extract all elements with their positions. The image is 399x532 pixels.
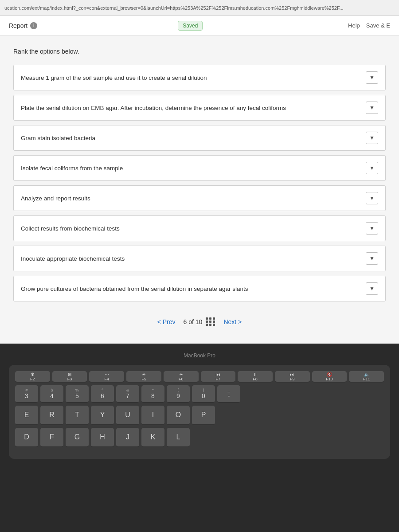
key-7[interactable]: & 7 [116,385,139,403]
fn-key-f8[interactable]: ⏸ F8 [238,371,273,383]
key-minus[interactable]: _ - [217,385,240,403]
fn-row: ✻ F2 ⊞ F3 ⋯ F4 ☀ F5 ☀ F6 ⏮ F7 [15,371,384,383]
rank-item-text: Isolate fecal coliforms from the sample [21,165,366,172]
fn-key-f4[interactable]: ⋯ F4 [89,371,124,383]
key-o[interactable]: O [167,406,190,425]
page-info: 6 of 10 [184,317,216,326]
url-text: ucation.com/ext/map/index.html?_con=con&… [4,5,344,11]
fn-key-f9[interactable]: ⏭ F9 [275,371,310,383]
key-t[interactable]: T [66,406,89,425]
rank-item: Plate the serial dilution on EMB agar. A… [13,95,386,121]
next-button[interactable]: Next > [223,318,242,325]
main-content: Rank the options below. Measure 1 gram o… [0,35,399,344]
rank-item: Inoculate appropriate biochemical tests … [13,246,386,271]
rank-item-dropdown[interactable]: ▼ [366,252,378,265]
key-r[interactable]: R [40,406,63,425]
fn-key-f7[interactable]: ⏮ F7 [201,371,236,383]
key-3[interactable]: # 3 [15,385,38,403]
fn-key-f3[interactable]: ⊞ F3 [52,371,87,383]
key-k[interactable]: K [141,428,164,447]
rank-item-dropdown[interactable]: ▼ [366,162,378,174]
grid-icon [206,317,215,326]
key-0[interactable]: ) 0 [192,385,215,403]
rank-item-text: Gram stain isolated bacteria [21,135,366,141]
asdf-row: D F G H J K L [15,428,384,447]
key-e[interactable]: E [15,406,38,425]
rank-items-container: Measure 1 gram of the soil sample and us… [13,65,386,301]
toolbar: Report i Saved - Help Save & E [0,16,399,35]
keyboard-area: MacBook Pro ✻ F2 ⊞ F3 ⋯ F4 ☀ F5 ☀ F6 [0,344,399,532]
key-l[interactable]: L [167,428,190,447]
key-5[interactable]: % 5 [66,385,89,403]
rank-item-dropdown[interactable]: ▼ [366,222,378,235]
info-icon[interactable]: i [30,22,37,29]
rank-item-text: Analyze and report results [21,195,366,202]
rank-item-text: Collect results from biochemical tests [21,225,366,232]
rank-item-dropdown[interactable]: ▼ [366,192,378,204]
rank-item-text: Grow pure cultures of bacteria obtained … [21,286,366,292]
report-label: Report [9,22,27,29]
rank-item: Gram stain isolated bacteria ▼ [13,125,386,151]
key-g[interactable]: G [66,428,89,447]
separator: - [205,22,207,29]
macbook-label: MacBook Pro [0,352,399,359]
qwerty-row: E R T Y U I O P [15,406,384,425]
saved-badge: Saved [178,21,203,31]
fn-key-f10[interactable]: 🔇 F10 [312,371,347,383]
fn-key-f6[interactable]: ☀ F6 [164,371,199,383]
key-6[interactable]: ^ 6 [91,385,114,403]
rank-item: Measure 1 gram of the soil sample and us… [13,65,386,90]
key-u[interactable]: U [116,406,139,425]
instruction-text: Rank the options below. [13,48,386,55]
help-button[interactable]: Help [348,22,360,29]
key-i[interactable]: I [141,406,164,425]
rank-item-text: Inoculate appropriate biochemical tests [21,255,366,262]
rank-item-dropdown[interactable]: ▼ [366,102,378,114]
rank-item: Grow pure cultures of bacteria obtained … [13,276,386,301]
fn-key-f2[interactable]: ✻ F2 [15,371,50,383]
rank-item-dropdown[interactable]: ▼ [366,71,378,84]
browser-url-bar: ucation.com/ext/map/index.html?_con=con&… [0,0,399,16]
page-count: 6 of 10 [184,318,203,325]
key-8[interactable]: * 8 [141,385,164,403]
key-f[interactable]: F [40,428,63,447]
toolbar-right: Help Save & E [348,22,390,29]
rank-item: Analyze and report results ▼ [13,185,386,211]
fn-key-f5[interactable]: ☀ F5 [126,371,161,383]
num-row: # 3 $ 4 % 5 ^ 6 & 7 * 8 [15,385,384,403]
toolbar-center: Saved - [178,21,207,31]
rank-item-dropdown[interactable]: ▼ [366,282,378,295]
key-y[interactable]: Y [91,406,114,425]
key-j[interactable]: J [116,428,139,447]
rank-item-text: Measure 1 gram of the soil sample and us… [21,74,366,81]
keyboard-wrapper: ✻ F2 ⊞ F3 ⋯ F4 ☀ F5 ☀ F6 ⏮ F7 [9,365,390,459]
key-h[interactable]: H [91,428,114,447]
fn-key-f11[interactable]: 🔈 F11 [349,371,384,383]
pagination: < Prev 6 of 10 Next > [13,317,386,326]
key-p[interactable]: P [192,406,215,425]
key-d[interactable]: D [15,428,38,447]
key-4[interactable]: $ 4 [40,385,63,403]
rank-item-text: Plate the serial dilution on EMB agar. A… [21,105,366,111]
rank-item-dropdown[interactable]: ▼ [366,132,378,144]
rank-item: Isolate fecal coliforms from the sample … [13,155,386,181]
prev-button[interactable]: < Prev [157,318,176,325]
save-exit-button[interactable]: Save & E [366,22,390,29]
toolbar-left: Report i [9,22,37,29]
rank-item: Collect results from biochemical tests ▼ [13,215,386,241]
key-9[interactable]: ( 9 [167,385,190,403]
